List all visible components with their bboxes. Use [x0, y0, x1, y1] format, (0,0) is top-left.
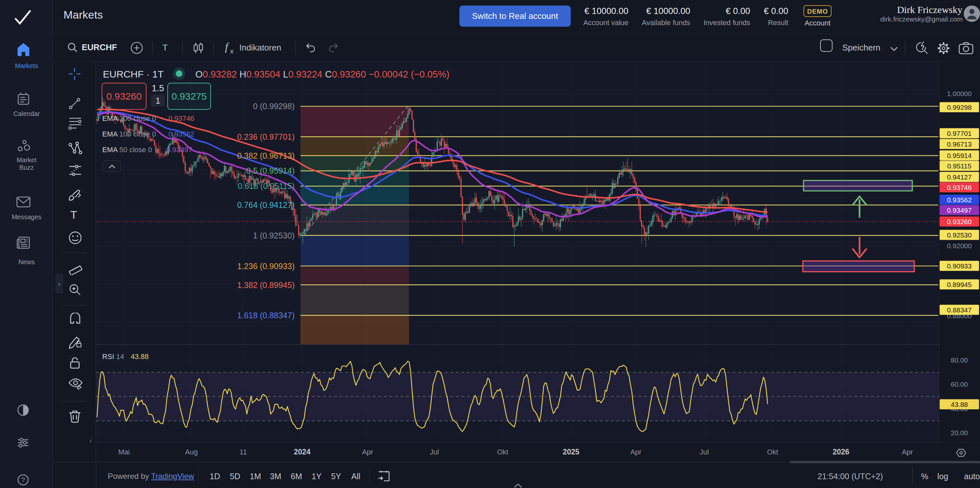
svg-text:?: ? [21, 476, 25, 483]
svg-text:x: x [230, 48, 234, 54]
svg-text:f: f [225, 41, 229, 53]
